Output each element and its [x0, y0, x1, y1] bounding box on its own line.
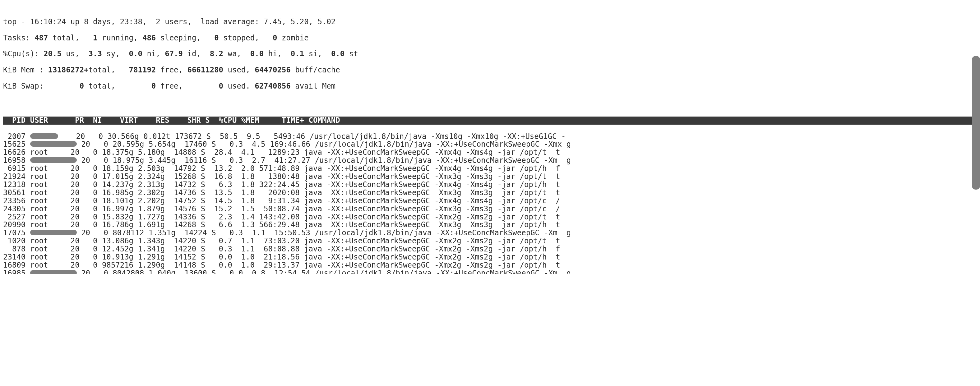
process-row: 878 root 20 0 12.452g 1.341g 14220 S 0.3…	[3, 245, 977, 253]
process-row: 12318 root 20 0 14.237g 2.313g 14732 S 6…	[3, 181, 977, 189]
redacted-user	[30, 230, 77, 235]
redacted-user	[30, 133, 58, 139]
process-row: 16985 20 0 8042808 1.040g 13600 S 0.0 0.…	[3, 270, 977, 274]
process-row: 17075 20 0 8078112 1.351g 14224 S 0.3 1.…	[3, 229, 977, 237]
redacted-user	[30, 270, 77, 274]
process-row: 23356 root 20 0 18.101g 2.202g 14752 S 1…	[3, 197, 977, 205]
process-row: 2007 20 0 30.566g 0.012t 173672 S 50.5 9…	[3, 133, 977, 141]
process-row: 15625 20 0 20.595g 5.654g 17460 S 0.3 4.…	[3, 140, 977, 149]
summary-line-uptime: top - 16:10:24 up 8 days, 23:38, 2 users…	[3, 18, 977, 26]
summary-line-swap: KiB Swap: 0 total, 0 free, 0 used. 62740…	[3, 83, 977, 91]
redacted-user	[30, 157, 77, 163]
terminal-output: top - 16:10:24 up 8 days, 23:38, 2 users…	[0, 0, 980, 298]
process-row: 24305 root 20 0 16.997g 1.879g 14576 S 1…	[3, 205, 977, 213]
process-row: 16809 root 20 0 9857216 1.290g 14148 S 0…	[3, 261, 977, 270]
process-row: 6915 root 20 0 18.159g 2.503g 14792 S 13…	[3, 165, 977, 173]
process-row: 30561 root 20 0 16.985g 2.302g 14736 S 1…	[3, 189, 977, 197]
process-row: 16958 20 0 18.975g 3.445g 16116 S 0.3 2.…	[3, 157, 977, 165]
process-row: 21924 root 20 0 17.015g 2.324g 15268 S 1…	[3, 173, 977, 181]
table-header: PID USER PR NI VIRT RES SHR S %CPU %MEM …	[3, 116, 977, 125]
process-row: 20990 root 20 0 16.786g 1.691g 14268 S 6…	[3, 221, 977, 229]
scrollbar-thumb[interactable]	[972, 56, 980, 190]
summary-line-mem: KiB Mem : 13186272+total, 781192 free, 6…	[3, 66, 977, 74]
summary-line-cpu: %Cpu(s): 20.5 us, 3.3 sy, 0.0 ni, 67.9 i…	[3, 50, 977, 58]
summary-line-tasks: Tasks: 487 total, 1 running, 486 sleepin…	[3, 34, 977, 42]
process-row: 2527 root 20 0 15.832g 1.727g 14336 S 2.…	[3, 213, 977, 221]
process-row: 16626 root 20 0 18.375g 5.180g 14808 S 2…	[3, 149, 977, 157]
process-list: 2007 20 0 30.566g 0.012t 173672 S 50.5 9…	[3, 133, 977, 274]
redacted-user	[30, 141, 77, 147]
process-row: 23140 root 20 0 10.913g 1.291g 14152 S 0…	[3, 253, 977, 261]
process-row: 1020 root 20 0 13.086g 1.343g 14220 S 0.…	[3, 237, 977, 245]
